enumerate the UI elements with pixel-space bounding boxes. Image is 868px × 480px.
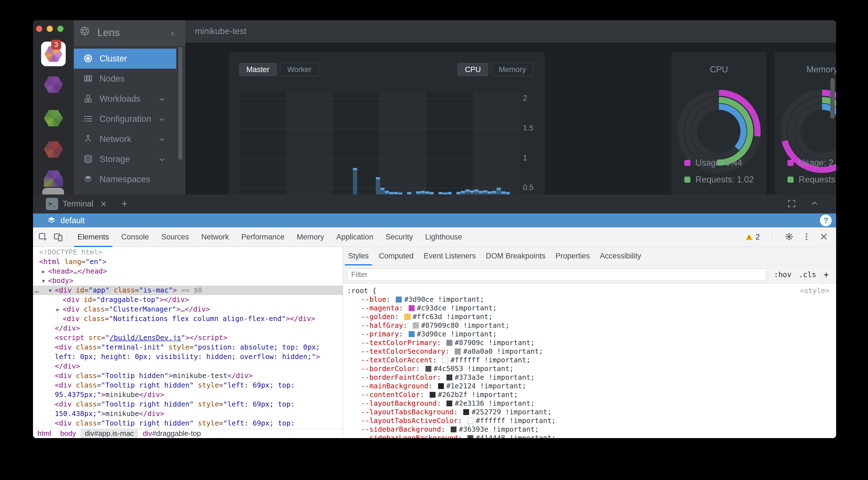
styles-subtab-styles[interactable]: Styles bbox=[343, 247, 374, 266]
chevron-down-icon[interactable] bbox=[158, 96, 165, 104]
terminal-tab[interactable]: Terminal bbox=[63, 199, 93, 208]
traffic-light-close[interactable] bbox=[36, 26, 42, 32]
sidebar-item-network[interactable]: Network bbox=[74, 129, 176, 149]
css-variable-textColorAccent[interactable]: --textColorAccent: #ffffff !important; bbox=[343, 356, 836, 364]
styles-subtab-accessibility[interactable]: Accessibility bbox=[595, 247, 646, 266]
devtools-tab-application[interactable]: Application bbox=[330, 228, 379, 247]
dom-node-line[interactable]: 95.4375px;">minikube</div> bbox=[33, 390, 343, 400]
dom-node-line[interactable]: 150.438px;">minikube</div> bbox=[33, 409, 343, 418]
chevron-down-icon[interactable] bbox=[158, 156, 165, 164]
dom-node-line[interactable]: ▶<div class="ClusterManager">…</div> bbox=[33, 305, 343, 314]
color-swatch[interactable] bbox=[467, 418, 473, 424]
dom-node-line[interactable]: <html lang="en"> bbox=[33, 257, 343, 267]
cluster-item-purple[interactable] bbox=[44, 76, 63, 93]
css-variable-layoutTabsBackground[interactable]: --layoutTabsBackground: #252729 !importa… bbox=[343, 408, 836, 416]
color-swatch[interactable] bbox=[446, 400, 453, 407]
help-button[interactable]: ? bbox=[820, 214, 832, 226]
dom-node-line[interactable]: <script src="/build/LensDev.js"></script… bbox=[33, 333, 343, 343]
css-variable-primary[interactable]: --primary: #3d90ce !important; bbox=[343, 330, 836, 338]
css-variable-golden[interactable]: --golden: #ffc63d !important; bbox=[343, 312, 836, 321]
pseudo-state-toggle[interactable]: :hov bbox=[774, 270, 792, 279]
devtools-tab-sources[interactable]: Sources bbox=[155, 228, 195, 247]
css-variable-blue[interactable]: --blue: #3d90ce !important; bbox=[343, 295, 836, 304]
dom-node-line[interactable]: ▶<head>…</head> bbox=[33, 267, 343, 276]
color-swatch[interactable] bbox=[430, 392, 436, 398]
css-variable-layoutTabsActiveColor[interactable]: --layoutTabsActiveColor: #ffffff !import… bbox=[343, 416, 836, 425]
dom-node-line[interactable]: <div class="terminal-init" style="positi… bbox=[33, 343, 343, 352]
color-swatch[interactable] bbox=[463, 409, 469, 415]
css-variable-sidebarLogoBackground[interactable]: --sidebarLogoBackground: #414448 !import… bbox=[343, 434, 836, 438]
content-scrollbar[interactable] bbox=[830, 78, 835, 119]
color-swatch[interactable] bbox=[467, 435, 473, 438]
class-toggle[interactable]: .cls bbox=[799, 270, 816, 279]
dock-fullscreen-icon[interactable] bbox=[787, 199, 797, 210]
new-style-rule-button[interactable]: + bbox=[824, 269, 829, 280]
sidebar-collapse-icon[interactable]: ‹ bbox=[171, 27, 174, 38]
css-variable-borderFaintColor[interactable]: --borderFaintColor: #373a3e !important; bbox=[343, 373, 836, 382]
cluster-item-violet[interactable] bbox=[44, 170, 63, 187]
inspect-element-icon[interactable] bbox=[38, 232, 48, 242]
color-swatch[interactable] bbox=[408, 305, 415, 311]
styles-subtab-computed[interactable]: Computed bbox=[374, 247, 419, 266]
css-variable-textColorPrimary[interactable]: --textColorPrimary: #87909c !important; bbox=[343, 338, 836, 347]
dom-node-line[interactable]: <div class="Tooltip hidden">minikube-tes… bbox=[33, 371, 343, 381]
sidebar-item-storage[interactable]: Storage bbox=[74, 149, 176, 169]
sidebar-item-configuration[interactable]: Configuration bbox=[74, 109, 176, 129]
dom-node-line[interactable]: <div class="Notifications flex column al… bbox=[33, 314, 343, 323]
sidebar-item-nodes[interactable]: Nodes bbox=[74, 69, 176, 89]
color-swatch[interactable] bbox=[446, 340, 453, 346]
node-tab-master[interactable]: Master bbox=[239, 63, 277, 76]
console-warnings-badge[interactable]: 2 bbox=[745, 233, 760, 241]
disclosure-down-icon[interactable]: ▼ bbox=[49, 286, 52, 295]
color-swatch[interactable] bbox=[413, 322, 419, 329]
css-variable-magenta[interactable]: --magenta: #c93dce !important; bbox=[343, 304, 836, 312]
cluster-item-green[interactable] bbox=[44, 109, 63, 127]
dom-node-line[interactable]: ▼<body> bbox=[33, 276, 343, 285]
dom-node-selected[interactable]: …▼<div id="app" class="is-mac"> == $0 bbox=[33, 285, 343, 295]
dom-node-line[interactable]: <div class="Tooltip right hidden" style=… bbox=[33, 418, 343, 428]
sidebar-item-cluster[interactable]: Cluster bbox=[74, 48, 176, 69]
styles-filter-input[interactable] bbox=[347, 269, 767, 281]
css-variable-contentColor[interactable]: --contentColor: #262b2f !important; bbox=[343, 390, 836, 399]
dom-node-line[interactable]: left: 0px; height: 0px; visibility: hidd… bbox=[33, 352, 343, 362]
devtools-tab-lighthouse[interactable]: Lighthouse bbox=[419, 228, 468, 247]
breadcrumb-item[interactable]: div#draggable-top bbox=[138, 429, 205, 438]
css-variable-layoutBackground[interactable]: --layoutBackground: #2e3136 !important; bbox=[343, 399, 836, 408]
sidebar-item-workloads[interactable]: Workloads bbox=[74, 89, 176, 109]
devtools-tab-network[interactable]: Network bbox=[195, 228, 235, 247]
color-swatch[interactable] bbox=[455, 348, 461, 354]
disclosure-right-icon[interactable]: ▶ bbox=[42, 267, 45, 276]
metric-tab-memory[interactable]: Memory bbox=[491, 63, 533, 76]
devtools-tab-performance[interactable]: Performance bbox=[235, 228, 291, 247]
devtools-tab-elements[interactable]: Elements bbox=[71, 228, 115, 247]
devtools-tab-console[interactable]: Console bbox=[115, 228, 155, 247]
devtools-tab-security[interactable]: Security bbox=[379, 228, 419, 247]
color-swatch[interactable] bbox=[442, 357, 448, 363]
breadcrumb-item[interactable]: div#app.is-mac bbox=[81, 429, 138, 438]
cluster-item-red[interactable] bbox=[44, 141, 63, 158]
device-toolbar-icon[interactable] bbox=[53, 232, 63, 242]
color-swatch[interactable] bbox=[446, 374, 453, 381]
dom-node-line[interactable]: </div> bbox=[33, 362, 343, 371]
color-swatch[interactable] bbox=[438, 383, 444, 389]
chevron-down-icon[interactable] bbox=[158, 136, 165, 144]
terminal-close-icon[interactable]: ✕ bbox=[100, 199, 107, 209]
disclosure-right-icon[interactable]: ▶ bbox=[57, 305, 60, 314]
node-tab-worker[interactable]: Worker bbox=[280, 63, 319, 76]
sidebar-item-namespaces[interactable]: Namespaces bbox=[74, 169, 176, 190]
css-variable-mainBackground[interactable]: --mainBackground: #1e2124 !important; bbox=[343, 382, 836, 390]
traffic-light-minimize[interactable] bbox=[47, 26, 53, 32]
dom-node-line[interactable]: <div class="Tooltip right hidden" style=… bbox=[33, 381, 343, 390]
sidebar-scrollbar[interactable] bbox=[178, 47, 182, 160]
dom-node-line[interactable]: <div class="Tooltip right hidden" style=… bbox=[33, 400, 343, 409]
devtools-settings-icon[interactable] bbox=[785, 232, 794, 242]
terminal-add-icon[interactable]: + bbox=[121, 198, 127, 210]
styles-subtab-dom-breakpoints[interactable]: DOM Breakpoints bbox=[481, 247, 550, 266]
devtools-close-icon[interactable] bbox=[819, 232, 828, 242]
disclosure-down-icon[interactable]: ▼ bbox=[42, 276, 45, 286]
color-swatch[interactable] bbox=[425, 366, 432, 372]
dom-node-line[interactable]: </div> bbox=[33, 323, 343, 333]
namespace-bar[interactable]: default ? bbox=[33, 213, 836, 228]
dock-collapse-icon[interactable] bbox=[810, 199, 819, 210]
css-variable-textColorSecondary[interactable]: --textColorSecondary: #a0a0a0 !important… bbox=[343, 347, 836, 356]
